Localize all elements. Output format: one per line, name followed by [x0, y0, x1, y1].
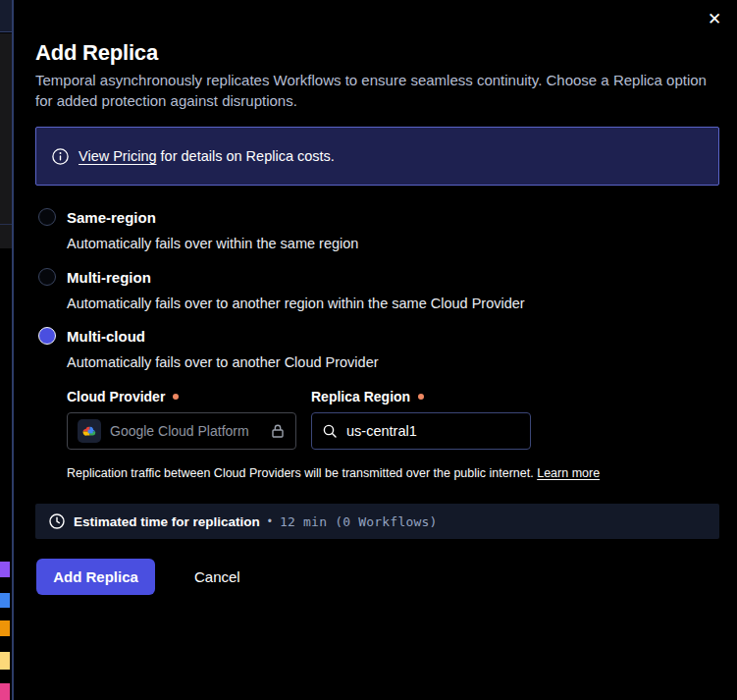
option-description: Automatically fails over to another regi… — [67, 296, 525, 311]
radio-multi-cloud[interactable] — [38, 327, 56, 345]
backdrop-color-stripe — [0, 620, 10, 636]
option-description: Automatically fails over to another Clou… — [67, 354, 379, 370]
modal-actions: Add Replica Cancel — [36, 559, 240, 595]
cancel-button[interactable]: Cancel — [194, 568, 240, 585]
clock-icon — [49, 513, 65, 529]
close-icon[interactable]: ✕ — [705, 9, 724, 28]
radio-same-region[interactable] — [38, 208, 56, 226]
backdrop-color-stripe — [0, 593, 10, 608]
required-dot — [418, 394, 424, 400]
estimate-banner: Estimated time for replication • 12 min … — [35, 504, 719, 539]
cloud-provider-label: Cloud Provider — [67, 389, 179, 404]
pricing-info-banner: View Pricing for details on Replica cost… — [35, 127, 719, 186]
estimate-bullet: • — [268, 514, 272, 528]
pricing-banner-text: View Pricing for details on Replica cost… — [79, 148, 335, 164]
replica-region-input[interactable] — [346, 423, 513, 439]
view-pricing-link[interactable]: View Pricing — [79, 148, 157, 164]
note-text: Replication traffic between Cloud Provid… — [67, 466, 537, 480]
gcp-logo-icon — [78, 419, 101, 443]
learn-more-link[interactable]: Learn more — [537, 466, 600, 480]
estimate-label: Estimated time for replication — [74, 514, 260, 529]
modal-description: Temporal asynchronously replicates Workf… — [35, 70, 711, 111]
pricing-banner-rest: for details on Replica costs. — [157, 148, 335, 164]
backdrop-page — [0, 0, 14, 700]
backdrop-color-stripe — [0, 683, 10, 700]
replica-region-label-text: Replica Region — [311, 389, 410, 404]
radio-multi-region[interactable] — [38, 268, 56, 286]
cloud-provider-label-text: Cloud Provider — [67, 389, 165, 404]
search-icon — [322, 423, 338, 439]
replica-region-label: Replica Region — [311, 389, 424, 404]
add-replica-modal: ✕ Add Replica Temporal asynchronously re… — [14, 0, 737, 700]
page-title: Add Replica — [35, 40, 158, 66]
public-internet-note: Replication traffic between Cloud Provid… — [67, 466, 600, 480]
backdrop-color-stripe — [0, 652, 10, 670]
replica-region-field — [311, 412, 531, 450]
option-description: Automatically fails over within the same… — [67, 236, 358, 251]
backdrop-color-stripe — [0, 562, 10, 577]
option-label[interactable]: Multi-region — [67, 269, 151, 286]
option-label[interactable]: Multi-cloud — [67, 328, 145, 345]
required-dot — [173, 394, 179, 400]
info-icon — [52, 148, 69, 165]
cloud-provider-select[interactable]: Google Cloud Platform — [67, 412, 296, 450]
estimate-value: 12 min (0 Workflows) — [280, 514, 438, 529]
lock-icon — [270, 423, 286, 439]
option-label[interactable]: Same-region — [67, 209, 156, 226]
cloud-provider-value: Google Cloud Platform — [110, 423, 261, 439]
add-replica-button[interactable]: Add Replica — [36, 559, 155, 595]
